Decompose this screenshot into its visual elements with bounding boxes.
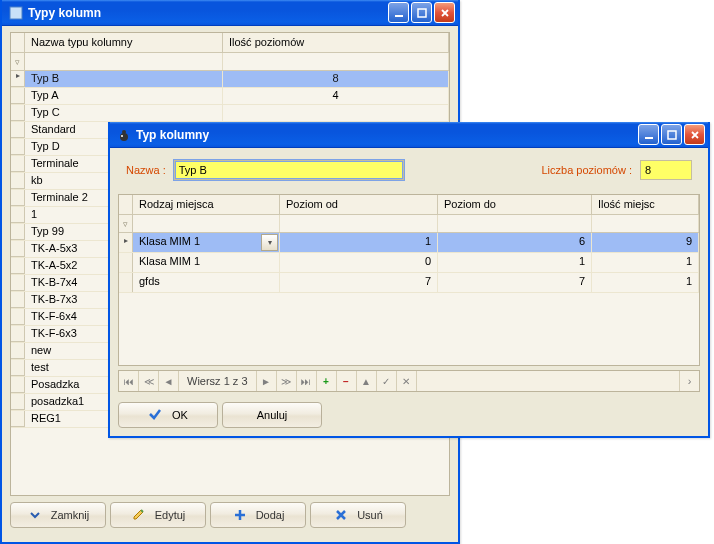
table-row[interactable]: Typ A4 <box>11 88 449 105</box>
edit-button[interactable]: Edytuj <box>110 502 206 528</box>
cell-count: 1 <box>592 253 699 272</box>
edit-icon <box>131 507 147 523</box>
chevron-down-icon <box>27 507 43 523</box>
nav-nextpage-button[interactable]: ≫ <box>277 371 297 391</box>
nav-position-text: Wiersz 1 z 3 <box>179 371 257 391</box>
cell-count: 1 <box>592 273 699 292</box>
dialog-title: Typ kolumny <box>136 128 209 142</box>
table-row[interactable]: Typ B8 <box>11 71 449 88</box>
plus-icon <box>232 507 248 523</box>
dlg-row-header-corner <box>119 195 133 214</box>
table-row[interactable]: Typ C <box>11 105 449 122</box>
filter-levels[interactable] <box>223 53 449 70</box>
delete-label: Usuń <box>357 509 383 521</box>
cell-levels: 8 <box>223 71 449 87</box>
dialog-titlebar[interactable]: Typ kolumny <box>110 122 708 148</box>
ok-label: OK <box>172 409 188 421</box>
dlg-filter-place[interactable] <box>133 215 280 232</box>
x-icon <box>333 507 349 523</box>
check-icon <box>148 407 162 423</box>
dlg-filter-from[interactable] <box>280 215 438 232</box>
nav-last-button[interactable]: ⏭ <box>297 371 317 391</box>
row-header-corner <box>11 33 25 52</box>
svg-rect-0 <box>10 7 22 19</box>
cell-place: gfds <box>133 273 280 292</box>
minimize-button[interactable] <box>388 2 409 23</box>
cell-from: 0 <box>280 253 438 272</box>
nav-prevpage-button[interactable]: ≪ <box>139 371 159 391</box>
nav-down-button[interactable]: ✓ <box>377 371 397 391</box>
dlg-filter-to[interactable] <box>438 215 592 232</box>
app-icon <box>8 5 24 21</box>
add-button[interactable]: Dodaj <box>210 502 306 528</box>
filter-name[interactable] <box>25 53 223 70</box>
nav-up-button[interactable]: ▲ <box>357 371 377 391</box>
table-row[interactable]: gfds771 <box>119 273 699 293</box>
col-name[interactable]: Nazwa typu kolumny <box>25 33 223 52</box>
col-place[interactable]: Rodzaj miejsca <box>133 195 280 214</box>
col-from[interactable]: Poziom od <box>280 195 438 214</box>
places-grid[interactable]: Rodzaj miejsca Poziom od Poziom do Ilość… <box>118 194 700 366</box>
col-levels[interactable]: Ilość poziomów <box>223 33 449 52</box>
dialog-minimize-button[interactable] <box>638 124 659 145</box>
levels-input[interactable] <box>640 160 692 180</box>
add-label: Dodaj <box>256 509 285 521</box>
name-label: Nazwa : <box>126 164 166 176</box>
cell-to: 6 <box>438 233 592 252</box>
dropdown-icon[interactable]: ▾ <box>261 234 278 251</box>
maximize-button[interactable] <box>411 2 432 23</box>
delete-button[interactable]: Usuń <box>310 502 406 528</box>
cell-levels <box>223 105 449 121</box>
cell-name: Typ B <box>25 71 223 87</box>
dialog-close-button[interactable] <box>684 124 705 145</box>
cell-levels: 4 <box>223 88 449 104</box>
ok-button[interactable]: OK <box>118 402 218 428</box>
edit-label: Edytuj <box>155 509 186 521</box>
navigator-bar: ⏮ ≪ ◄ Wiersz 1 z 3 ► ≫ ⏭ + − ▲ ✓ ✕ › <box>118 370 700 392</box>
close-label: Zamknij <box>51 509 90 521</box>
cell-from: 7 <box>280 273 438 292</box>
nav-first-button[interactable]: ⏮ <box>119 371 139 391</box>
table-row[interactable]: Klasa MIM 1011 <box>119 253 699 273</box>
nav-scroll-right[interactable]: › <box>679 371 699 391</box>
dialog-icon <box>116 127 132 143</box>
cancel-label: Anuluj <box>257 409 288 421</box>
svg-rect-6 <box>645 137 653 139</box>
dlg-filter-icon[interactable]: ▿ <box>119 215 133 232</box>
svg-point-3 <box>120 133 128 141</box>
nav-prev-button[interactable]: ◄ <box>159 371 179 391</box>
parent-title: Typy kolumn <box>28 6 101 20</box>
levels-label: Liczba poziomów : <box>542 164 633 176</box>
parent-titlebar[interactable]: Typy kolumn <box>2 0 458 26</box>
svg-point-4 <box>122 130 126 134</box>
cell-to: 1 <box>438 253 592 272</box>
cell-place: Klasa MIM 1 <box>133 253 280 272</box>
nav-add-button[interactable]: + <box>317 371 337 391</box>
dialog-maximize-button[interactable] <box>661 124 682 145</box>
nav-next-button[interactable]: ► <box>257 371 277 391</box>
svg-point-5 <box>121 135 123 137</box>
col-to[interactable]: Poziom do <box>438 195 592 214</box>
cell-place: Klasa MIM 1▾ <box>133 233 280 252</box>
cell-count: 9 <box>592 233 699 252</box>
col-count[interactable]: Ilość miejsc <box>592 195 699 214</box>
table-row[interactable]: Klasa MIM 1▾169 <box>119 233 699 253</box>
cancel-button[interactable]: Anuluj <box>222 402 322 428</box>
cell-to: 7 <box>438 273 592 292</box>
name-input[interactable] <box>174 160 404 180</box>
svg-rect-7 <box>668 131 676 139</box>
nav-remove-button[interactable]: − <box>337 371 357 391</box>
dlg-filter-count[interactable] <box>592 215 699 232</box>
cell-from: 1 <box>280 233 438 252</box>
filter-icon[interactable]: ▿ <box>11 53 25 70</box>
cell-name: Typ A <box>25 88 223 104</box>
svg-rect-1 <box>395 15 403 17</box>
close-button[interactable] <box>434 2 455 23</box>
cell-name: Typ C <box>25 105 223 121</box>
svg-rect-2 <box>418 9 426 17</box>
close-main-button[interactable]: Zamknij <box>10 502 106 528</box>
nav-cancel-button[interactable]: ✕ <box>397 371 417 391</box>
